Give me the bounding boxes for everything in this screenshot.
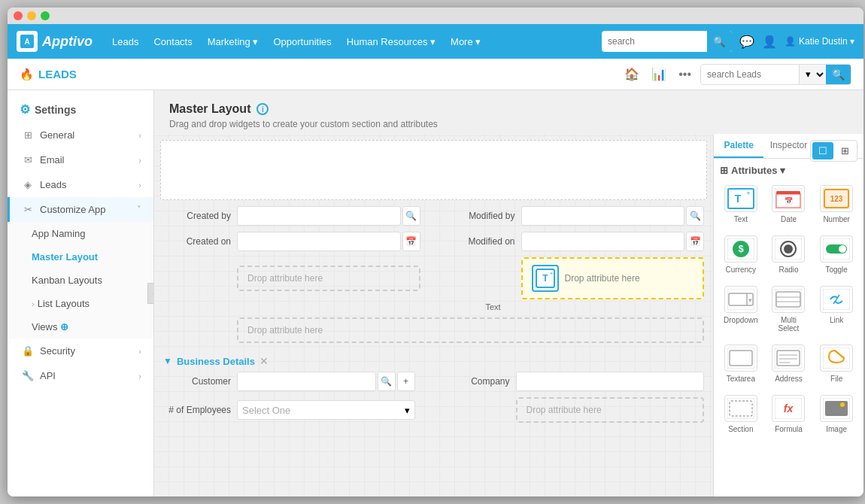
titlebar [8,8,863,24]
info-icon[interactable]: i [256,103,269,115]
drop-zone-left-1[interactable]: Drop attribute here [237,266,420,291]
user-menu[interactable]: 👤 Katie Dustin ▾ [785,36,854,47]
chart-icon[interactable]: 📊 [648,64,669,84]
modified-on-input[interactable] [521,232,685,251]
palette-item-multiselect[interactable]: Multi Select [768,283,810,335]
canvas-view-single-btn[interactable]: ☐ [812,142,833,159]
palette-item-dropdown[interactable]: ▾ Dropdown [720,283,762,335]
nav-contacts[interactable]: Contacts [146,24,199,59]
business-toggle-icon[interactable]: ▼ [163,356,172,366]
home-icon[interactable]: 🏠 [621,64,642,84]
canvas-view-grid-btn[interactable]: ⊞ [835,142,855,159]
minimize-button[interactable] [27,11,36,20]
palette-item-currency[interactable]: $ Currency [720,232,762,277]
tab-inspector[interactable]: Inspector [763,134,813,158]
sidebar-item-general[interactable]: ⊞ General › [8,123,153,147]
palette-item-toggle[interactable]: Toggle [815,232,857,277]
sidebar-item-api[interactable]: 🔧 API › [8,363,153,388]
business-drop-zone[interactable]: Drop attribute here [516,397,705,423]
profile-icon[interactable]: 👤 [762,35,777,49]
leads-search-button[interactable]: 🔍 [826,64,851,85]
nav-more[interactable]: More ▾ [443,24,488,59]
palette-item-image[interactable]: Image [815,392,857,436]
views-plus-icon[interactable]: ⊕ [60,321,68,332]
sidebar-expand-list-layouts[interactable]: › List Layouts [8,292,153,315]
sidebar-item-customize-app[interactable]: ✂ Customize App ˅ [8,197,153,222]
leads-search-input[interactable] [701,69,799,80]
security-chevron-icon: › [138,347,141,356]
leads-search[interactable]: ▾ 🔍 [700,64,851,85]
drop-zone-left-2[interactable]: Drop attribute here [237,317,704,343]
palette-item-section[interactable]: Section [720,392,762,436]
close-button[interactable] [14,11,23,20]
svg-text:+: + [746,190,750,197]
palette-item-textarea[interactable]: Textarea [720,342,762,386]
sidebar-item-security[interactable]: 🔒 Security › [8,339,153,363]
sidebar-item-leads[interactable]: ◈ Leads › [8,172,153,197]
palette-item-file[interactable]: File [815,342,857,386]
palette-item-date[interactable]: 📅 Date [768,182,810,226]
customer-search-icon[interactable]: 🔍 [378,372,396,391]
nav-leads[interactable]: Leads [105,24,146,59]
settings-gear-icon: ⚙ [20,102,30,117]
palette-item-text[interactable]: T+ Text [720,182,762,226]
created-by-input[interactable] [237,206,401,226]
nav-hr[interactable]: Human Resources ▾ [339,24,443,59]
messages-icon[interactable]: 💬 [739,35,754,49]
nav-opportunities[interactable]: Opportunities [266,24,338,59]
modified-by-input[interactable] [521,206,685,226]
created-by-search-icon[interactable]: 🔍 [402,206,420,226]
sidebar-subitem-app-naming[interactable]: App Naming [8,222,153,245]
sidebar-item-email[interactable]: ✉ Email › [8,147,153,172]
created-on-label: Created on [163,236,231,247]
search-icon: 🔍 [713,36,726,47]
global-search-button[interactable]: 🔍 [707,31,732,52]
company-input[interactable] [516,372,705,391]
section-widget-icon [724,395,757,422]
settings-heading: ⚙ Settings [8,90,153,123]
employees-select[interactable]: Select One ▾ [237,400,415,420]
modified-by-search-icon[interactable]: 🔍 [686,206,704,226]
customer-input[interactable] [237,372,376,391]
tab-palette[interactable]: Palette [714,134,763,158]
search-button-icon: 🔍 [832,68,845,80]
number-label: Number [823,215,850,223]
palette-item-address[interactable]: Address [768,342,810,386]
more-icon[interactable]: ••• [675,65,694,84]
maximize-button[interactable] [41,11,50,20]
drop-zone-right-highlighted[interactable]: T+ Drop attribute here [521,257,705,299]
number-widget-icon: 123 [820,185,853,212]
canvas: Created by 🔍 Modified by 🔍 C [154,134,713,496]
nav-marketing[interactable]: Marketing ▾ [200,24,266,59]
global-search-input[interactable] [602,36,707,47]
sidebar-subitem-kanban[interactable]: Kanban Layouts [8,269,153,292]
main-content: ⚙ Settings ⊞ General › ✉ Email › ◈ [8,90,863,496]
leads-search-select[interactable]: ▾ [799,64,826,85]
palette-item-formula[interactable]: fx Formula [768,392,810,436]
file-widget-icon [820,345,853,372]
sidebar-views[interactable]: Views ⊕ [8,315,153,339]
created-on-calendar-icon[interactable]: 📅 [402,232,420,251]
business-section-close-icon[interactable]: ✕ [260,355,269,367]
customer-add-icon[interactable]: + [397,372,415,391]
general-icon: ⊞ [22,129,34,141]
section-label: Section [728,425,753,433]
attributes-header[interactable]: ⊞ Attributes ▾ [720,165,857,176]
company-label: Company [442,376,510,387]
palette-item-radio[interactable]: Radio [768,232,810,277]
global-search[interactable]: 🔍 [602,31,732,52]
sidebar-subitem-master-layout[interactable]: Master Layout [8,245,153,269]
modified-on-calendar-icon[interactable]: 📅 [686,232,704,251]
created-on-input[interactable] [237,232,401,251]
sidebar-collapse-button[interactable]: ‹ [147,283,154,304]
palette-item-number[interactable]: 123 Number [815,182,857,226]
modified-by-label: Modified by [448,211,515,221]
widget-text-icon: T+ [532,265,559,292]
leads-chevron-icon: › [138,181,141,190]
svg-text:$: $ [738,243,744,254]
logo[interactable]: A Apptivo [17,31,93,52]
email-icon: ✉ [22,154,34,165]
canvas-container: ☐ ⊞ Created by 🔍 Modifie [154,134,863,496]
employees-label: # of Employees [163,405,231,415]
palette-item-link[interactable]: Link [815,283,857,335]
